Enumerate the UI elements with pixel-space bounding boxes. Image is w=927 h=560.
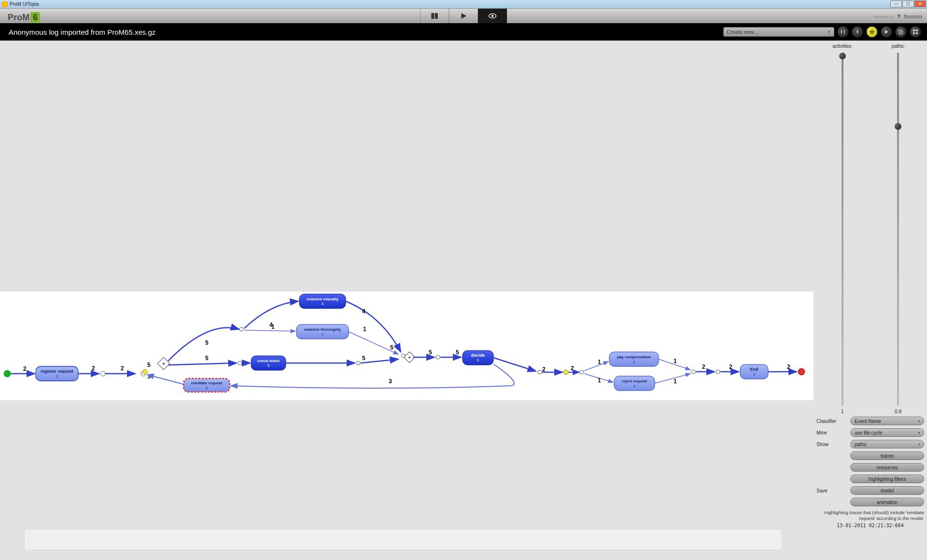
play-button[interactable] bbox=[881, 26, 892, 38]
node-examine-casually[interactable]: examine casually 4 bbox=[299, 294, 346, 308]
edge-label: 2 bbox=[729, 364, 732, 370]
status-message: Highlighting traces that (should) includ… bbox=[816, 510, 924, 522]
node-decide[interactable]: decide 5 bbox=[463, 350, 493, 365]
slider-thumb[interactable] bbox=[839, 53, 846, 59]
animation-button[interactable]: animation bbox=[850, 498, 924, 506]
classifier-select[interactable]: Event Name bbox=[850, 417, 924, 425]
edge-label: 2 bbox=[702, 364, 705, 370]
node-register-request[interactable]: register request 2 bbox=[36, 366, 78, 381]
show-select[interactable]: paths bbox=[850, 440, 924, 448]
mine-select[interactable]: use life cycle bbox=[850, 428, 924, 437]
favorite-button[interactable] bbox=[866, 26, 878, 38]
button-label: animation bbox=[877, 500, 898, 505]
svg-line-45 bbox=[493, 358, 536, 371]
node-label: examine casually bbox=[307, 297, 338, 301]
tab-section bbox=[420, 9, 507, 23]
parentheses-icon bbox=[840, 29, 846, 35]
node-label: register request bbox=[41, 369, 73, 374]
minimize-button[interactable]: — bbox=[890, 0, 902, 7]
svg-rect-11 bbox=[913, 32, 915, 34]
edge-label: 1 bbox=[363, 326, 366, 333]
edge-label: 1 bbox=[674, 358, 677, 364]
drop-button[interactable] bbox=[852, 26, 863, 38]
workspace-icon bbox=[429, 12, 440, 20]
edge-label: 5 bbox=[390, 344, 393, 351]
slider-track[interactable] bbox=[897, 53, 899, 406]
tab-workspace[interactable] bbox=[420, 9, 449, 23]
svg-rect-31 bbox=[251, 356, 286, 370]
context-bar: Anonymous log imported from ProM65.xes.g… bbox=[0, 23, 927, 41]
svg-rect-10 bbox=[916, 29, 918, 31]
create-new-dropdown[interactable]: Create new... bbox=[723, 27, 834, 37]
svg-rect-54 bbox=[614, 376, 655, 391]
play-small-icon bbox=[884, 29, 889, 34]
eye-icon bbox=[487, 12, 498, 20]
classifier-label: Classifier bbox=[816, 419, 850, 424]
node-label: pay compensation bbox=[617, 355, 651, 359]
slider-thumb[interactable] bbox=[895, 123, 901, 130]
edge-label: 2 bbox=[92, 365, 95, 372]
node-count: 1 bbox=[633, 384, 636, 388]
refresh-button[interactable] bbox=[837, 26, 849, 38]
edge-label: 3 bbox=[389, 378, 392, 385]
node-examine-thoroughly[interactable]: examine thoroughly 1 bbox=[296, 324, 349, 339]
logo-text: ProM bbox=[8, 13, 29, 22]
maximize-button[interactable]: ☐ bbox=[902, 0, 914, 7]
edge-label: 2 bbox=[787, 364, 790, 370]
edge-label: 5 bbox=[456, 349, 459, 356]
node-end[interactable]: End 2 bbox=[740, 364, 768, 379]
select-value: Event Name bbox=[855, 419, 881, 424]
node-pay-compensation[interactable]: pay compensation 1 bbox=[609, 352, 659, 366]
svg-point-18 bbox=[100, 371, 105, 376]
button-label: resources bbox=[877, 465, 898, 470]
node-count: 3 bbox=[206, 386, 208, 390]
resources-button[interactable]: resources bbox=[850, 463, 924, 472]
close-button[interactable]: ✕ bbox=[914, 0, 926, 7]
save-label: Save bbox=[816, 488, 850, 493]
prom-logo: ProM6 bbox=[8, 13, 40, 23]
node-reinitiate-request[interactable]: reinitiate request 3 bbox=[183, 378, 230, 392]
app-icon bbox=[2, 1, 8, 7]
tab-view[interactable] bbox=[478, 9, 507, 23]
node-check-ticket[interactable]: check ticket 5 bbox=[251, 356, 286, 370]
node-label: examine thoroughly bbox=[304, 327, 341, 332]
edge-label: 5 bbox=[205, 339, 209, 346]
traces-button[interactable]: traces bbox=[850, 451, 924, 460]
graph-canvas[interactable]: 2 register request 2 2 2 5 3 + 5 bbox=[0, 41, 814, 560]
slider-value: 1 bbox=[841, 409, 844, 414]
edge-label: 1 bbox=[598, 359, 601, 365]
activities-slider[interactable]: activities: 1 bbox=[816, 43, 869, 414]
button-label: traces bbox=[881, 453, 894, 459]
edge-label: 5 bbox=[147, 362, 151, 368]
node-count: 2 bbox=[753, 372, 756, 377]
start-token[interactable] bbox=[4, 370, 11, 377]
svg-rect-0 bbox=[431, 13, 434, 19]
tab-action[interactable] bbox=[449, 9, 478, 23]
grid-button[interactable] bbox=[910, 26, 921, 38]
svg-point-4 bbox=[492, 15, 494, 17]
svg-point-59 bbox=[716, 370, 720, 374]
slider-label: paths: bbox=[892, 43, 905, 49]
node-reject-request[interactable]: reject request 1 bbox=[614, 376, 655, 391]
copy-button[interactable] bbox=[895, 26, 907, 38]
svg-rect-52 bbox=[609, 352, 659, 366]
grid-icon bbox=[913, 29, 918, 35]
brand-name: fluxicon bbox=[904, 14, 922, 19]
end-token[interactable] bbox=[798, 368, 805, 375]
svg-line-51 bbox=[584, 362, 608, 371]
logo-version: 6 bbox=[30, 12, 40, 23]
button-label: highlighting filters bbox=[869, 476, 906, 482]
copy-icon bbox=[898, 29, 904, 35]
node-count: 5 bbox=[267, 364, 270, 368]
svg-line-33 bbox=[147, 375, 183, 384]
star-icon bbox=[869, 28, 875, 35]
input-strip[interactable] bbox=[24, 529, 782, 550]
edge-label: 5 bbox=[429, 349, 432, 356]
slider-value: 0.8 bbox=[895, 409, 901, 414]
slider-track[interactable] bbox=[842, 53, 843, 406]
model-button[interactable]: model bbox=[850, 486, 924, 495]
node-count: 1 bbox=[322, 332, 324, 336]
highlighting-filters-button[interactable]: highlighting filters bbox=[850, 475, 924, 483]
paths-slider[interactable]: paths: 0.8 bbox=[872, 43, 925, 414]
node-count: 4 bbox=[322, 302, 324, 306]
